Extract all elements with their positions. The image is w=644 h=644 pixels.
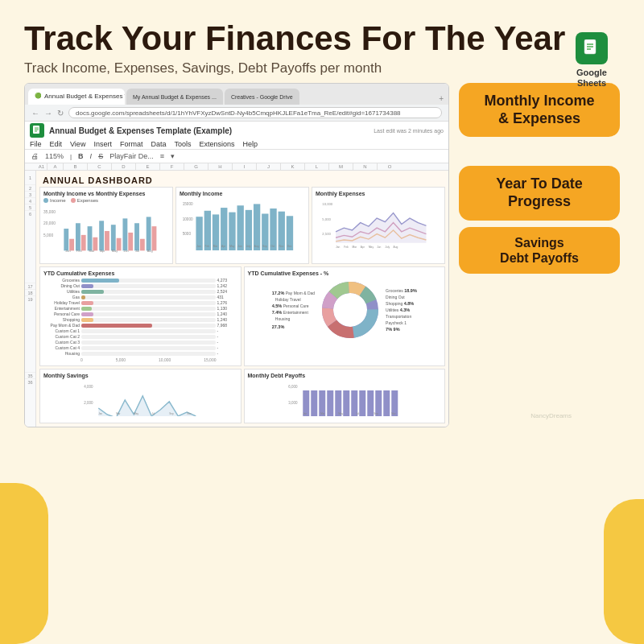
feature-card-income-text: Monthly Income& Expenses bbox=[472, 93, 607, 127]
svg-rect-98 bbox=[327, 390, 333, 416]
spreadsheet-content: 1 2 3 4 5 6 17 18 19 35 36 bbox=[25, 171, 448, 427]
svg-text:Sep: Sep bbox=[262, 245, 267, 248]
svg-text:15000: 15000 bbox=[183, 202, 193, 206]
toolbar-strikethrough[interactable]: S bbox=[97, 151, 105, 161]
browser-address-bar: ← → ↻ docs.google.com/spreadsheets/d/1/1… bbox=[25, 105, 448, 122]
svg-text:Jan: Jan bbox=[98, 412, 102, 415]
menu-insert[interactable]: Insert bbox=[93, 140, 112, 148]
savings-svg: 4,000 2,000 Jan Mar bbox=[43, 380, 237, 416]
toolbar-print[interactable]: 🖨 bbox=[30, 151, 40, 161]
hbar-holiday: Holiday Travel 1,276 bbox=[43, 300, 237, 305]
menu-format[interactable]: Format bbox=[120, 140, 143, 148]
svg-rect-100 bbox=[343, 390, 349, 416]
svg-text:Jan: Jan bbox=[336, 246, 340, 249]
hbar-label-housing: Housing bbox=[43, 351, 80, 356]
donut-label-dining-out: Dining Out bbox=[386, 295, 417, 299]
hbar-dining: Dining Out 1,242 bbox=[43, 283, 237, 288]
hbar-val-housing: - bbox=[217, 351, 237, 356]
hbar-label-custom3: Custom Cat 3 bbox=[43, 340, 80, 345]
svg-text:Jan: Jan bbox=[65, 250, 70, 254]
back-btn[interactable]: ← bbox=[31, 109, 39, 118]
forward-btn[interactable]: → bbox=[44, 109, 52, 118]
svg-rect-25 bbox=[140, 239, 145, 251]
main-container: Google Sheets ✦ Track Your Finances For … bbox=[0, 0, 644, 644]
toolbar-font[interactable]: PlayFair De... bbox=[108, 151, 155, 161]
svg-text:Jun: Jun bbox=[123, 250, 128, 254]
column-headers: A1 A B C D E F G H I J K bbox=[25, 163, 448, 171]
menu-help[interactable]: Help bbox=[242, 140, 258, 148]
svg-rect-27 bbox=[152, 226, 157, 250]
svg-rect-105 bbox=[383, 390, 390, 416]
svg-text:10,000: 10,000 bbox=[322, 202, 332, 206]
toolbar-italic[interactable]: I bbox=[89, 151, 94, 161]
hbar-label-custom2: Custom Cat 2 bbox=[43, 334, 80, 339]
svg-rect-18 bbox=[99, 221, 104, 251]
browser-tab-active[interactable]: 🟢 Annual Budget & Expenses Tem... bbox=[28, 89, 125, 105]
main-layout: 🟢 Annual Budget & Expenses Tem... My Ann… bbox=[24, 83, 620, 427]
dashboard-title: ANNUAL DASHBOARD bbox=[39, 174, 445, 187]
donut-label-housing-pct: 27.3% bbox=[272, 324, 315, 329]
donut-chart-container: 17.2% Pay Mom & Dad Holiday Travel 4.5% … bbox=[248, 278, 442, 342]
hbar-personal: Personal Care 1,240 bbox=[43, 312, 237, 316]
hbar-custom2: Custom Cat 2 - bbox=[43, 334, 237, 339]
menu-extensions[interactable]: Extensions bbox=[199, 140, 234, 148]
last-edit: Last edit was 2 minutes ago bbox=[374, 128, 444, 134]
svg-rect-96 bbox=[311, 390, 317, 416]
menu-file[interactable]: File bbox=[30, 140, 42, 148]
donut-label-entertainment: 7.4% Entertainment bbox=[272, 310, 315, 315]
hbar-custom1: Custom Cat 1 - bbox=[43, 328, 237, 333]
menu-edit[interactable]: Edit bbox=[50, 140, 63, 148]
refresh-btn[interactable]: ↻ bbox=[57, 109, 64, 118]
chart-savings: Monthly Savings 4,000 2,000 bbox=[39, 369, 242, 423]
hbar-val-gas: 431 bbox=[217, 295, 237, 299]
svg-text:Jun: Jun bbox=[237, 245, 242, 248]
browser-tab-2[interactable]: My Annual Budget & Expenses ... bbox=[126, 89, 223, 105]
hbar-label-custom4: Custom Cat 4 bbox=[43, 345, 80, 350]
google-sheets-badge: Google Sheets bbox=[576, 32, 608, 89]
svg-text:Sep: Sep bbox=[169, 412, 174, 415]
hbar-label-groceries: Groceries bbox=[43, 278, 80, 283]
svg-text:Jan: Jan bbox=[196, 245, 200, 248]
toolbar-zoom[interactable]: 115% bbox=[43, 151, 65, 161]
svg-text:May: May bbox=[338, 412, 343, 415]
svg-text:Aug: Aug bbox=[394, 246, 398, 249]
svg-text:Feb: Feb bbox=[205, 245, 210, 248]
feature-card-savings-text: SavingsDebt Payoffs bbox=[470, 235, 609, 266]
svg-text:Jun: Jun bbox=[377, 246, 381, 249]
hbar-val-custom3: - bbox=[217, 340, 237, 345]
menu-data[interactable]: Data bbox=[151, 140, 166, 148]
hbar-label-shopping: Shopping bbox=[43, 317, 80, 322]
menu-view[interactable]: View bbox=[70, 140, 85, 148]
browser-tab-3[interactable]: Creatives - Google Drive bbox=[225, 89, 299, 105]
svg-text:Aug: Aug bbox=[147, 250, 153, 254]
hbar-label-utilities: Utilities bbox=[43, 289, 80, 294]
svg-text:Jan: Jan bbox=[303, 412, 307, 415]
menu-tools[interactable]: Tools bbox=[174, 140, 191, 148]
feature-card-income-expenses: Monthly Income& Expenses bbox=[459, 83, 620, 137]
svg-text:May: May bbox=[112, 250, 118, 254]
svg-text:Jul: Jul bbox=[151, 412, 155, 415]
hbar-label-gas: Gas bbox=[43, 295, 80, 299]
toolbar-more[interactable]: ▾ bbox=[169, 151, 176, 161]
svg-text:July: July bbox=[246, 245, 251, 248]
dashboard-area: ANNUAL DASHBOARD Monthly Income vs Month… bbox=[36, 171, 448, 427]
hbar-val-entertainment: 1,130 bbox=[217, 306, 237, 311]
svg-text:2,500: 2,500 bbox=[322, 233, 331, 237]
toolbar-align[interactable]: ≡ bbox=[159, 151, 166, 161]
svg-text:Nov: Nov bbox=[187, 412, 192, 415]
google-sheets-icon bbox=[576, 32, 608, 64]
address-bar-input[interactable]: docs.google.com/spreadsheets/d/1/1hYhVFX… bbox=[68, 107, 442, 118]
svg-point-83 bbox=[339, 299, 361, 321]
hbar-val-dining: 1,242 bbox=[217, 283, 237, 288]
svg-text:6,000: 6,000 bbox=[288, 385, 298, 389]
hbar-utilities: Utilities 2,524 bbox=[43, 289, 237, 294]
hbar-val-custom1: - bbox=[217, 328, 237, 333]
header-section: Track Your Finances For The Year Track I… bbox=[24, 20, 620, 76]
hbar-housing: Housing - bbox=[43, 351, 237, 356]
svg-text:July: July bbox=[385, 246, 390, 249]
hbar-val-utilities: 2,524 bbox=[217, 289, 237, 294]
toolbar-bold[interactable]: B bbox=[76, 151, 85, 161]
hbar-entertainment: Entertainment 1,130 bbox=[43, 306, 237, 311]
svg-text:20,000: 20,000 bbox=[43, 221, 56, 225]
sheets-doc-title: Annual Budget & Expenses Template (Examp… bbox=[49, 126, 232, 135]
